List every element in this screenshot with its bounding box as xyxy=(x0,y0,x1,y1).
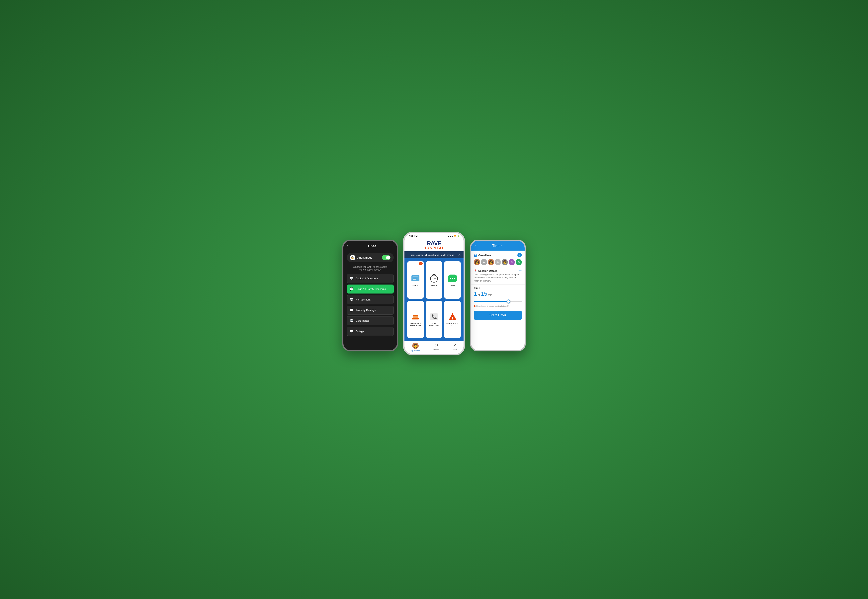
status-icons: ▲▲▲ 📶 🔋 xyxy=(447,235,460,237)
tile-emergency-call[interactable]: ! EMERGENCY CALL xyxy=(444,301,461,338)
status-bar: 7:11 PM ▲▲▲ 📶 🔋 xyxy=(404,233,464,238)
rave-logo-area: RAVE HOSPITAL xyxy=(404,238,464,251)
time-min-label: min xyxy=(488,293,492,296)
svg-rect-1 xyxy=(413,277,418,277)
chat-option-label-harr: Harrassment xyxy=(356,298,370,301)
phone-left-inner: ‹ Chat 🕵 Anonymous What do you want to h… xyxy=(343,241,397,350)
nav-share[interactable]: ↗ Share xyxy=(452,343,457,352)
svg-rect-11 xyxy=(412,318,419,319)
guardians-section: 👥 Guardians + 👩 A 👩 A 👨 D G xyxy=(471,251,525,267)
guardian-avatars-row: 👩 A 👩 A 👨 D G xyxy=(474,259,522,265)
nav-settings[interactable]: ⚙ Settings xyxy=(433,343,440,352)
rave-logo: RAVE HOSPITAL xyxy=(404,241,464,250)
guardian-avatar-3: 👩 xyxy=(488,259,494,265)
bubble-dot-2 xyxy=(452,278,453,279)
chat-header: ‹ Chat xyxy=(343,241,397,251)
chat-option-icon-prop: 💬 xyxy=(350,308,354,312)
guardian-avatar-6: D xyxy=(509,259,515,265)
bubble-dot-1 xyxy=(450,278,451,279)
wifi-icon: 📶 xyxy=(454,235,457,237)
chat-option-covid-questions[interactable]: 💬 Covid-19 Questions xyxy=(347,274,394,283)
nav-account-label: My Account xyxy=(411,350,420,352)
phone-right: ‹ Timer ⊡ 👥 Guardians + 👩 A 👩 A xyxy=(470,239,526,351)
slider-fill xyxy=(474,301,508,302)
guardians-add-button[interactable]: + xyxy=(517,253,522,257)
chat-tile-icon xyxy=(448,274,457,283)
timer-back-button[interactable]: ‹ xyxy=(474,244,476,248)
session-pin-icon: 📍 xyxy=(474,269,477,272)
scene: ‹ Chat 🕵 Anonymous What do you want to h… xyxy=(338,232,530,367)
chat-option-label: Covid-19 Questions xyxy=(356,277,378,280)
anonymous-icon: 🕵 xyxy=(350,255,355,260)
location-close-button[interactable]: ✕ xyxy=(458,253,461,257)
slider-thumb[interactable] xyxy=(506,300,511,304)
svg-rect-3 xyxy=(413,279,416,280)
start-timer-button[interactable]: Start Timer xyxy=(474,311,522,320)
tiles-grid: 55 INBOX xyxy=(404,258,464,341)
tile-timer[interactable]: TIMER xyxy=(426,261,442,299)
chat-option-label-prop: Property Damage xyxy=(356,309,376,312)
time-label: Time xyxy=(474,286,522,289)
chat-option-icon-out: 💬 xyxy=(350,330,354,333)
hospital-text: HOSPITAL xyxy=(404,246,464,250)
chat-back-button[interactable]: ‹ xyxy=(347,244,348,249)
chat-option-covid-safety[interactable]: 💬 Covid-19 Safety Concerns xyxy=(347,284,394,293)
session-header: 📍 Session Details ✏ xyxy=(474,269,522,272)
chat-option-outage[interactable]: 💬 Outage xyxy=(347,327,394,336)
inbox-icon xyxy=(411,274,420,283)
battery-note: Note, longer times can shorten battery l… xyxy=(474,305,522,307)
chat-option-disturbance[interactable]: 💬 Disturbance xyxy=(347,316,394,325)
tile-call-directory[interactable]: 📞 CALL DIRECTORY xyxy=(426,301,442,338)
chat-option-property-damage[interactable]: 💬 Property Damage xyxy=(347,306,394,315)
timer-screen-title: Timer xyxy=(477,244,517,248)
time-display: 1 hr 15 min xyxy=(474,291,522,297)
tile-content-label: CONTENT & RESOURCES xyxy=(408,323,423,327)
inbox-badge: 55 xyxy=(419,262,423,265)
svg-text:📞: 📞 xyxy=(431,314,437,319)
svg-text:!: ! xyxy=(452,316,453,320)
chat-option-icon-active: 💬 xyxy=(350,287,354,291)
session-label: 📍 Session Details xyxy=(474,269,497,272)
tile-content-resources[interactable]: CONTENT & RESOURCES xyxy=(407,301,424,338)
time-slider[interactable] xyxy=(474,299,522,304)
chat-option-harrassment[interactable]: 💬 Harrassment xyxy=(347,295,394,304)
svg-point-10 xyxy=(434,278,434,279)
guardian-avatar-2: A xyxy=(481,259,487,265)
guardians-label: 👥 Guardians xyxy=(474,254,491,257)
status-time: 7:11 PM xyxy=(408,235,417,238)
session-section: 📍 Session Details ✏ I am heading back to… xyxy=(471,267,525,284)
share-icon: ↗ xyxy=(453,343,457,348)
session-detail-text: I am heading back to campus from work, I… xyxy=(474,273,522,282)
chat-option-label-out: Outage xyxy=(356,330,364,333)
nav-my-account[interactable]: 👩 My Account xyxy=(411,343,420,352)
time-section: Time 1 hr 15 min Note, longer times can … xyxy=(471,284,525,311)
time-hr-label: hr xyxy=(478,293,480,296)
guardian-avatar-7: G xyxy=(516,259,522,265)
cast-icon[interactable]: ⊡ xyxy=(518,244,521,248)
chat-bubble xyxy=(448,275,457,282)
chat-option-label-active: Covid-19 Safety Concerns xyxy=(356,287,386,290)
tile-chat-label: CHAT xyxy=(450,284,455,286)
chat-prompt-text: What do you want to have a text conversa… xyxy=(343,264,397,273)
content-icon xyxy=(411,312,420,322)
tile-chat[interactable]: CHAT xyxy=(444,261,461,299)
svg-rect-12 xyxy=(413,316,418,318)
guardians-people-icon: 👥 xyxy=(474,254,477,257)
nav-share-label: Share xyxy=(452,348,457,351)
time-minutes: 15 xyxy=(481,291,487,297)
nav-settings-label: Settings xyxy=(433,348,440,351)
guardians-header: 👥 Guardians + xyxy=(474,253,522,257)
battery-icon: 🔋 xyxy=(457,235,460,237)
location-banner[interactable]: Your location is being shared. Tap to ch… xyxy=(404,251,464,258)
tile-timer-label: TIMER xyxy=(431,284,437,286)
chat-option-label-dist: Disturbance xyxy=(356,319,369,322)
svg-rect-13 xyxy=(413,315,418,316)
anonymous-toggle-switch[interactable] xyxy=(382,255,390,260)
session-edit-button[interactable]: ✏ xyxy=(520,269,522,272)
tile-inbox[interactable]: 55 INBOX xyxy=(407,261,424,299)
signal-icon: ▲▲▲ xyxy=(447,235,453,237)
anonymous-toggle-row[interactable]: 🕵 Anonymous xyxy=(347,253,394,262)
battery-note-text: Note, longer times can shorten battery l… xyxy=(476,305,510,307)
battery-warning-dot xyxy=(474,305,476,307)
phone-center-inner: 7:11 PM ▲▲▲ 📶 🔋 RAVE HOSPITAL Your locat… xyxy=(404,233,464,354)
